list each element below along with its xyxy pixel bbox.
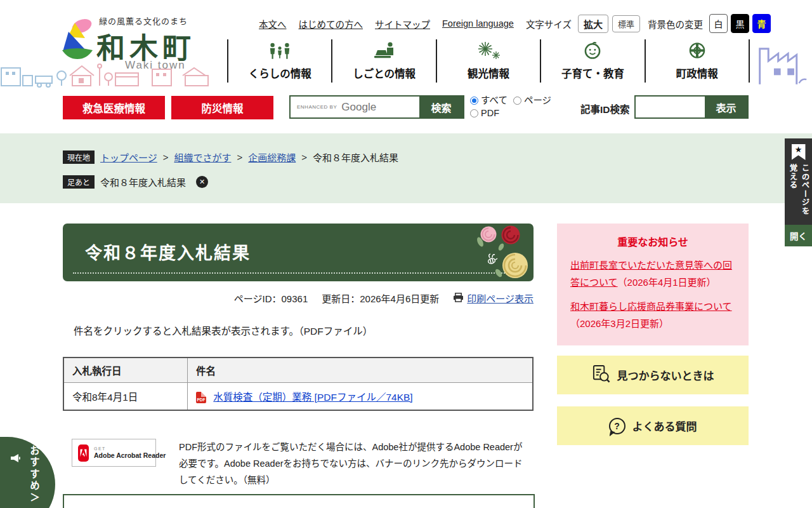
work-icon [373,41,396,62]
nav-label: しごとの情報 [353,65,416,81]
nav-label: 観光情報 [468,65,509,81]
page-title-banner: 令和８年度入札結果 [63,224,534,281]
remember-page-tab[interactable]: ★ このページを 覚える [785,138,812,225]
article-id-label: 記事ID検索 [580,102,630,116]
radio-label: すべて [481,94,508,107]
nav-item-government[interactable]: 町政情報 [645,39,750,83]
breadcrumb-separator: > [163,152,169,163]
important-link-town-mayor[interactable]: 出前町長室でいただいた意見等への回答について（2026年4月1日更新） [570,257,735,291]
subject-cell: PDF 水質検査（定期）業務 [PDFファイル／74KB] [188,383,534,411]
font-expand-button[interactable]: 拡大 [578,15,608,33]
faq-box[interactable]: ? よくある質問 [557,406,749,445]
town-emblem-icon [688,41,707,62]
font-standard-button[interactable]: 標準 [612,15,640,32]
town-logo-icon [60,17,95,63]
radio-scope-page[interactable]: ページ [513,94,551,107]
table-header-row: 入札執行日 件名 [63,358,533,383]
child-face-icon [583,41,602,62]
adobe-reader-banner[interactable]: GET Adobe Acrobat Reader [72,439,156,467]
footprints-badge: 足あと [63,175,95,189]
recommend-icon [10,453,20,465]
google-logo: Google [341,101,376,114]
disaster-info-button[interactable]: 防災情報 [171,96,273,119]
breadcrumb-link-home[interactable]: トップページ [100,150,157,164]
radio-icon [470,109,478,117]
radio-label: ページ [524,94,551,107]
radio-scope-pdf[interactable]: PDF [470,107,499,119]
breadcrumb-link-department[interactable]: 企画総務課 [248,150,296,164]
question-bubble-icon: ? [609,418,625,434]
printer-icon [453,293,464,304]
bookmark-icon: ★ [792,144,806,160]
breadcrumb-link-organization[interactable]: 組織でさがす [174,150,231,164]
intro-text: 件名をクリックすると入札結果表が表示されます。（PDFファイル） [74,323,372,337]
header-subject: 件名 [188,358,534,383]
breadcrumb-separator: > [237,152,243,163]
star-icon: ★ [795,144,802,160]
radio-scope-all[interactable]: すべて [470,94,508,107]
page-title: 令和８年度入札結果 [85,239,251,264]
page-meta: ページID：09361 更新日：2026年4月6日更新 印刷ページ表示 [63,291,534,305]
nav-label: くらしの情報 [249,65,311,81]
top-link-main-content[interactable]: 本文へ [259,17,287,30]
important-notice-title: 重要なお知らせ [570,234,735,249]
adobe-logo-icon [78,444,89,462]
search-branding: ENHANCED BY [297,104,337,110]
utility-bar: 本文へ はじめての方へ サイトマップ Foreign language 文字サイ… [259,14,774,33]
pdf-icon: PDF [196,392,206,403]
print-page-link[interactable]: 印刷ページ表示 [467,291,534,305]
recommend-tab[interactable]: おすすめ＞ [0,437,55,508]
nav-item-childcare[interactable]: 子育て・教育 [540,39,644,83]
main-nav: くらしの情報 しごとの情報 [227,39,750,83]
important-notice-box: 重要なお知らせ 出前町長室でいただいた意見等への回答について（2026年4月1日… [557,224,749,345]
show-button[interactable]: 表示 [705,97,747,117]
radio-selected-icon [470,97,478,105]
top-link-first-time[interactable]: はじめての方へ [299,17,363,30]
nav-label: 町政情報 [676,65,718,81]
site-search-box: ENHANCED BY Google 検索 [289,95,464,119]
footprint-item[interactable]: 令和８年度入札結果 [100,175,186,189]
bg-black-button[interactable]: 黒 [731,14,749,33]
emergency-medical-button[interactable]: 救急医療情報 [63,96,165,119]
faq-label: よくある質問 [632,418,697,434]
bg-white-button[interactable]: 白 [709,14,728,33]
townscape-illustration [0,59,216,91]
search-button[interactable]: 検索 [419,97,463,117]
article-id-input[interactable] [636,97,705,117]
breadcrumb-band [0,133,812,203]
remember-page-label: このページを 覚える [787,164,811,224]
adobe-name: Adobe Acrobat Reader [94,451,166,459]
bid-date-cell: 令和8年4月1日 [63,383,188,411]
bg-blue-button[interactable]: 青 [752,14,771,33]
nav-item-living[interactable]: くらしの情報 [227,39,331,83]
header-bid-date: 入札執行日 [63,358,188,383]
adobe-get-label: GET [94,446,166,451]
breadcrumb-separator: > [301,152,307,163]
fireworks-icon [475,41,502,62]
breadcrumb-current: 令和８年度入札結果 [313,150,398,164]
page: 緑の風薫る文化のまち 和木町 Waki town 本文へ はじめての方へ サイ [0,0,812,508]
footprint-close-icon[interactable]: ✕ [196,176,208,188]
font-size-label: 文字サイズ [526,17,572,30]
nav-item-tourism[interactable]: 観光情報 [436,39,540,83]
recommend-label: おすすめ＞ [27,445,41,504]
roses-illustration [476,224,533,283]
not-found-label: 見つからないときは [617,367,714,383]
article-id-box: 表示 [634,95,749,119]
radio-label: PDF [481,107,499,119]
bid-result-pdf-link[interactable]: 水質検査（定期）業務 [PDFファイル／74KB] [213,392,412,403]
top-link-sitemap[interactable]: サイトマップ [375,17,430,30]
site-search-input[interactable]: ENHANCED BY Google [291,97,419,117]
nav-item-work[interactable]: しごとの情報 [331,39,435,83]
breadcrumb: 現在地 トップページ > 組織でさがす > 企画総務課 > 令和８年度入札結果 [63,150,398,164]
family-icon [268,41,292,62]
bg-color-label: 背景色の変更 [648,17,703,30]
document-search-icon [592,364,610,386]
radio-icon [513,97,521,105]
bid-results-table: 入札執行日 件名 令和8年4月1日 PDF 水質検査（定期）業務 [PDFファイ… [63,357,534,411]
tab-open-button[interactable]: 開く [785,225,812,246]
nav-label: 子育て・教育 [561,65,624,81]
important-link-voucher[interactable]: 和木町暮らし応援商品券事業について（2026年3月2日更新） [570,298,735,332]
top-link-foreign-language[interactable]: Foreign language [442,18,514,29]
not-found-box[interactable]: 見つからないときは [557,356,749,394]
